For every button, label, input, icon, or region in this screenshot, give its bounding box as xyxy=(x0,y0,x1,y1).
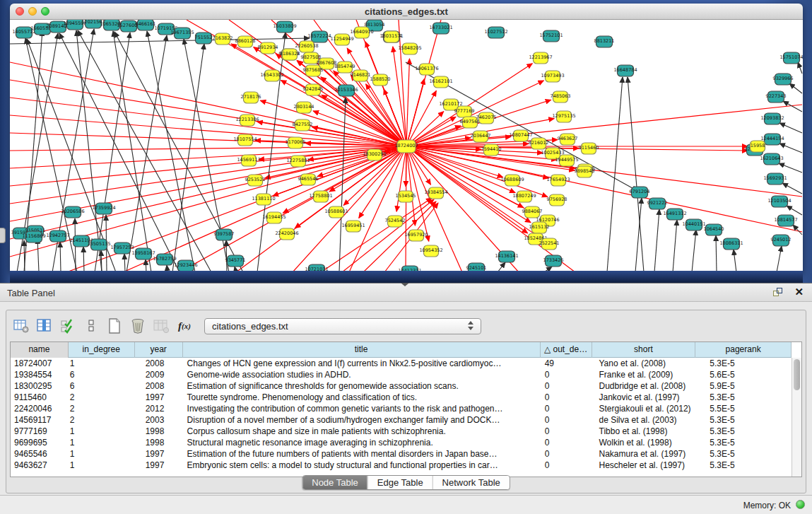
column-header[interactable]: name xyxy=(11,342,69,358)
network-node[interactable]: 10954352 xyxy=(419,245,442,257)
network-node[interactable]: 9777169 xyxy=(454,106,475,117)
network-node[interactable]: 9329966 xyxy=(773,74,794,85)
table-row[interactable]: 1456911722003Disruption of a novel membe… xyxy=(11,414,792,426)
network-node[interactable]: 16194455 xyxy=(262,212,286,223)
network-node[interactable]: 9146821 xyxy=(351,70,371,81)
network-node[interactable]: 1588520 xyxy=(370,74,391,86)
network-node[interactable]: 19384554 xyxy=(424,187,447,199)
tab-edge-table[interactable]: Edge Table xyxy=(367,476,433,489)
network-node[interactable]: 9465546 xyxy=(298,174,319,185)
row-height-icon[interactable] xyxy=(82,317,100,334)
network-node[interactable]: 12093832 xyxy=(760,113,784,124)
network-node[interactable]: 9756928 xyxy=(547,194,567,206)
network-node[interactable]: 19449575 xyxy=(555,155,578,166)
network-node[interactable]: 22420046 xyxy=(275,228,298,240)
window-titlebar[interactable]: citations_edges.txt xyxy=(10,4,803,20)
scrollbar-thumb[interactable] xyxy=(794,359,800,390)
network-node[interactable]: 9898545 xyxy=(575,166,595,177)
network-node[interactable]: 14136141 xyxy=(495,251,518,262)
tab-network-table[interactable]: Network Table xyxy=(433,476,510,489)
table-row[interactable]: 911546021997Tourette syndrome. Phenomeno… xyxy=(11,392,792,403)
network-node[interactable]: 8854749 xyxy=(335,62,355,73)
column-header[interactable]: in_degree xyxy=(69,342,135,358)
network-node[interactable]: 16957920 xyxy=(404,230,428,241)
network-node[interactable]: 18807249 xyxy=(512,191,536,202)
float-panel-icon[interactable] xyxy=(772,287,784,298)
network-node[interactable]: 14569117 xyxy=(237,155,260,166)
split-handle-icon[interactable] xyxy=(401,283,409,286)
network-node[interactable]: 7524542 xyxy=(385,216,406,227)
network-node[interactable]: 1170065 xyxy=(286,137,306,148)
network-node[interactable]: 12213386 xyxy=(235,115,259,126)
network-node[interactable]: 10588601 xyxy=(324,206,348,218)
network-node[interactable]: 1615132 xyxy=(529,222,550,233)
table-select-dropdown[interactable]: citations_edges.txt xyxy=(204,318,481,334)
network-node[interactable]: 9463627 xyxy=(558,134,578,145)
network-node[interactable]: 11156869 xyxy=(22,231,45,243)
column-header[interactable]: title xyxy=(183,342,541,358)
network-node[interactable]: 15848205 xyxy=(398,43,421,54)
network-window[interactable]: citations_edges.txt 14055712166055812089… xyxy=(10,4,803,272)
tab-node-table[interactable]: Node Table xyxy=(302,476,367,489)
network-node[interactable]: 1534545 xyxy=(396,191,416,202)
table-options-icon[interactable] xyxy=(12,317,30,334)
network-node[interactable]: 9345771 xyxy=(225,255,246,267)
network-node[interactable]: 7594410 xyxy=(481,144,502,156)
network-node[interactable]: 9253521 xyxy=(245,175,266,186)
network-graph[interactable]: 1405571216605581208914061894559012021561… xyxy=(10,20,803,272)
network-node[interactable]: 8813211 xyxy=(594,36,615,47)
network-node[interactable]: 9921222 xyxy=(647,198,668,209)
network-node[interactable]: 2522541 xyxy=(539,238,560,250)
table-row[interactable]: 977716911998Corpus callosum shape and si… xyxy=(11,426,792,437)
network-node[interactable]: 751552 xyxy=(195,33,213,44)
network-node[interactable]: 16648784 xyxy=(613,65,637,76)
network-node[interactable]: 10814577 xyxy=(774,215,797,226)
table-row[interactable]: 1938455462009Genome-wide association stu… xyxy=(11,369,792,380)
table-row[interactable]: 2242004622012Investigating the contribut… xyxy=(11,403,792,414)
table-row[interactable]: 946554611997Estimation of the future num… xyxy=(11,448,792,460)
network-node[interactable]: 18724007 xyxy=(394,140,418,153)
network-node[interactable]: 11381110 xyxy=(252,194,275,205)
network-node[interactable]: 10973493 xyxy=(541,71,564,82)
network-node[interactable]: 16210643 xyxy=(760,153,783,165)
table-row[interactable]: 969969511998Structural magnetic resonanc… xyxy=(11,437,792,448)
network-canvas[interactable]: 1405571216605581208914061894559012021561… xyxy=(10,20,803,272)
network-node[interactable]: 16959451 xyxy=(341,221,365,232)
network-node[interactable]: 12103504 xyxy=(767,196,791,207)
network-node[interactable]: 7462075 xyxy=(476,112,497,124)
network-node[interactable]: 18086311 xyxy=(719,238,743,250)
network-node[interactable]: 9875685 xyxy=(303,65,324,76)
network-node[interactable]: 2036447 xyxy=(471,131,491,142)
network-node[interactable]: 7163822 xyxy=(213,33,233,45)
network-node[interactable]: 19671355 xyxy=(170,28,194,39)
network-node[interactable]: 19061376 xyxy=(415,64,438,75)
function-builder-icon[interactable]: f(x) xyxy=(175,317,194,334)
network-node[interactable]: 9227343 xyxy=(766,91,787,103)
table-row[interactable]: 1830029562008Estimation of significance … xyxy=(11,380,792,392)
network-node[interactable]: 2803144 xyxy=(294,102,314,113)
delete-column-icon[interactable] xyxy=(129,317,147,334)
create-column-icon[interactable] xyxy=(105,317,124,334)
network-node[interactable]: 9242845 xyxy=(303,84,324,95)
network-node[interactable]: 9115460 xyxy=(579,143,599,154)
network-node[interactable]: 18107554 xyxy=(233,134,257,146)
network-node[interactable]: 6466161 xyxy=(136,20,156,30)
network-node[interactable]: 10440151 xyxy=(682,219,705,230)
network-node[interactable]: 14733021 xyxy=(429,23,452,34)
network-node[interactable]: 1733426 xyxy=(543,255,564,267)
network-node[interactable]: 15751074 xyxy=(779,52,803,64)
panel-collapse-tab[interactable] xyxy=(0,228,6,243)
network-node[interactable]: 8912934 xyxy=(258,42,278,54)
network-node[interactable]: 17957253 xyxy=(110,243,134,254)
close-panel-icon[interactable]: ✕ xyxy=(794,286,804,298)
network-node[interactable]: 17654923 xyxy=(546,175,570,186)
show-columns-icon[interactable] xyxy=(35,317,54,334)
network-node[interactable]: 16033809 xyxy=(273,21,296,33)
column-header[interactable]: year xyxy=(135,342,183,358)
network-node[interactable]: 8427552 xyxy=(293,119,313,131)
column-header[interactable]: pagerank xyxy=(695,342,792,358)
table-panel-titlebar[interactable]: Table Panel ✕ xyxy=(0,284,812,302)
table-row[interactable]: 1872400712008Changes of HCN gene express… xyxy=(11,358,792,369)
network-node[interactable]: 6791204 xyxy=(630,187,650,198)
network-node[interactable]: 15692931 xyxy=(763,173,787,185)
